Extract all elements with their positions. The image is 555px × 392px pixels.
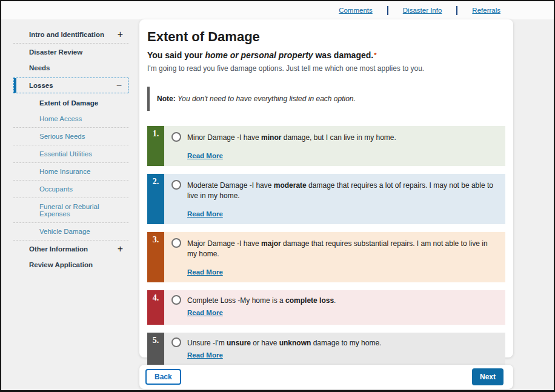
- radio-button[interactable]: [171, 238, 181, 248]
- read-more-link[interactable]: Read More: [187, 268, 223, 276]
- sidebar-item-label: Home Insurance: [39, 168, 90, 175]
- application-window: Comments Disaster Info Referrals Intro a…: [0, 0, 555, 392]
- option-text: Minor Damage -I have minor damage, but I…: [187, 132, 396, 143]
- sidebar-item-label: Funeral or Reburial Expenses: [39, 203, 123, 218]
- note-text: You don't need to have everything listed…: [178, 95, 356, 103]
- divider: [456, 6, 457, 15]
- read-more-link[interactable]: Read More: [187, 351, 223, 359]
- next-button[interactable]: Next: [472, 368, 503, 385]
- option-minor-damage: 1. Minor Damage -I have minor damage, bu…: [147, 126, 505, 166]
- option-number: 2.: [147, 174, 164, 224]
- divider: [13, 127, 128, 128]
- sidebar-item-occupants[interactable]: Occupants: [13, 181, 128, 197]
- option-row: Complete Loss -My home is a complete los…: [164, 290, 505, 325]
- damage-options-list: 1. Minor Damage -I have minor damage, bu…: [147, 126, 505, 367]
- sidebar-item-essential-utilities[interactable]: Essential Utilities: [13, 146, 128, 162]
- sidebar-item-extent-of-damage[interactable]: Extent of Damage: [13, 95, 128, 111]
- option-number: 1.: [147, 126, 164, 166]
- note-callout: Note: You don't need to have everything …: [147, 87, 505, 111]
- option-row: Major Damage -I have major damage that r…: [164, 232, 505, 282]
- radio-button[interactable]: [171, 180, 181, 190]
- option-row: Moderate Damage -I have moderate damage …: [164, 174, 505, 224]
- question-text-part: You said your: [147, 50, 205, 60]
- section-sidebar: Intro and Identification + Disaster Revi…: [13, 27, 128, 273]
- sidebar-item-losses[interactable]: Losses −: [13, 78, 128, 93]
- option-complete-loss: 4. Complete Loss -My home is a complete …: [147, 290, 505, 325]
- required-asterisk: *: [374, 51, 376, 59]
- navigation-footer: Back Next: [139, 365, 513, 389]
- minus-icon[interactable]: −: [116, 82, 122, 88]
- divider: [13, 43, 128, 44]
- sidebar-item-label: Review Application: [29, 261, 93, 268]
- sidebar-item-label: Serious Needs: [39, 133, 85, 140]
- plus-icon[interactable]: +: [118, 246, 123, 252]
- divider: [13, 240, 128, 241]
- active-section-bar: [14, 78, 16, 93]
- sidebar-item-intro-and-identification[interactable]: Intro and Identification +: [13, 27, 128, 42]
- option-major-damage: 3. Major Damage -I have major damage tha…: [147, 232, 505, 282]
- option-text: Complete Loss -My home is a complete los…: [187, 295, 336, 306]
- sidebar-item-review-application[interactable]: Review Application: [13, 257, 128, 273]
- top-navigation-bar: Comments Disaster Info Referrals: [1, 1, 554, 19]
- divider: [13, 180, 128, 181]
- read-more-link[interactable]: Read More: [187, 152, 223, 159]
- sidebar-item-label: Disaster Review: [29, 48, 82, 56]
- divider: [387, 6, 388, 15]
- divider: [13, 198, 128, 198]
- main-content-card: Extent of Damage You said your home or p…: [139, 19, 513, 357]
- instruction-text: I'm going to read you five damage option…: [147, 64, 505, 73]
- option-row: Minor Damage -I have minor damage, but I…: [164, 126, 505, 166]
- divider: [13, 145, 128, 145]
- option-text: Moderate Damage -I have moderate damage …: [187, 180, 498, 201]
- option-number: 5.: [147, 333, 164, 367]
- option-row: Unsure -I'm unsure or have unknown damag…: [164, 333, 505, 367]
- sidebar-item-serious-needs[interactable]: Serious Needs: [13, 128, 128, 144]
- option-moderate-damage: 2. Moderate Damage -I have moderate dama…: [147, 174, 505, 224]
- sidebar-item-label: Other Information: [29, 245, 88, 253]
- sidebar-item-label: Losses: [29, 82, 53, 89]
- plus-icon[interactable]: +: [118, 32, 123, 38]
- option-unsure: 5. Unsure -I'm unsure or have unknown da…: [147, 333, 505, 367]
- sidebar-item-label: Extent of Damage: [39, 99, 98, 107]
- radio-button[interactable]: [171, 337, 181, 347]
- option-number: 3.: [147, 232, 164, 282]
- sidebar-item-home-access[interactable]: Home Access: [13, 111, 128, 127]
- radio-button[interactable]: [171, 295, 181, 305]
- sidebar-item-funeral-or-reburial-expenses[interactable]: Funeral or Reburial Expenses: [13, 199, 128, 222]
- sidebar-item-label: Home Access: [39, 115, 82, 122]
- divider: [13, 162, 128, 163]
- option-text: Unsure -I'm unsure or have unknown damag…: [187, 337, 381, 348]
- option-text: Major Damage -I have major damage that r…: [187, 238, 498, 259]
- page-title: Extent of Damage: [147, 29, 505, 45]
- comments-link[interactable]: Comments: [339, 7, 373, 14]
- radio-button[interactable]: [171, 132, 181, 142]
- sidebar-item-disaster-review[interactable]: Disaster Review: [13, 44, 128, 60]
- sidebar-item-vehicle-damage[interactable]: Vehicle Damage: [13, 224, 128, 239]
- sidebar-item-label: Vehicle Damage: [39, 228, 90, 235]
- sidebar-item-home-insurance[interactable]: Home Insurance: [13, 164, 128, 179]
- sidebar-item-label: Intro and Identification: [29, 31, 104, 38]
- sidebar-item-label: Occupants: [39, 185, 73, 193]
- back-button[interactable]: Back: [145, 369, 181, 385]
- sidebar-item-label: Essential Utilities: [39, 150, 92, 158]
- read-more-link[interactable]: Read More: [187, 210, 223, 218]
- divider: [13, 222, 128, 223]
- sidebar-item-needs[interactable]: Needs: [13, 60, 128, 76]
- note-label: Note:: [157, 95, 176, 103]
- question-text-part: was damaged.: [313, 50, 374, 60]
- option-number: 4.: [147, 290, 164, 325]
- question-text-italic: home or personal property: [205, 50, 313, 60]
- referrals-link[interactable]: Referrals: [472, 7, 500, 14]
- read-more-link[interactable]: Read More: [187, 309, 223, 316]
- disaster-info-link[interactable]: Disaster Info: [403, 7, 442, 14]
- question-text: You said your home or personal property …: [147, 50, 505, 60]
- sidebar-item-other-information[interactable]: Other Information +: [13, 241, 128, 257]
- sidebar-item-label: Needs: [29, 64, 50, 71]
